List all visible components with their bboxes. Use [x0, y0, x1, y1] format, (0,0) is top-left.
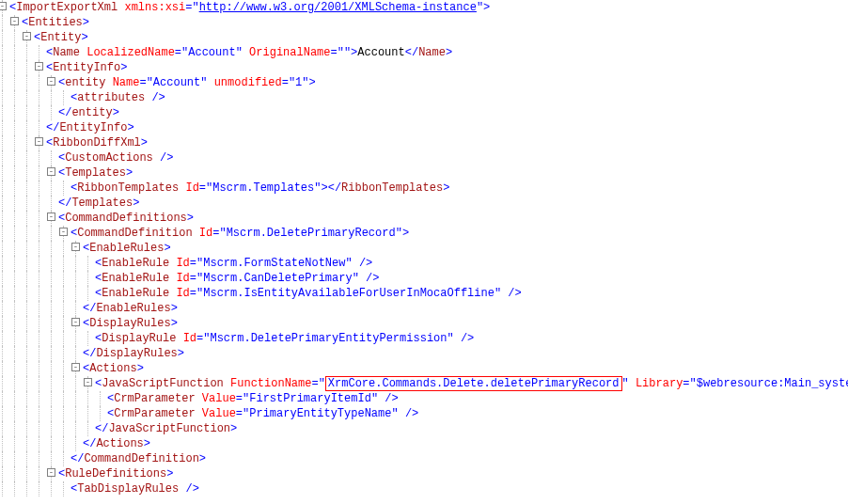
- highlighted-function-name: XrmCore.Commands.Delete.deletePrimaryRec…: [325, 376, 622, 391]
- line-content: </entity>: [58, 106, 119, 119]
- code-line: </Actions>: [0, 436, 848, 451]
- collapse-minus-icon[interactable]: -: [71, 318, 80, 326]
- line-content: <EnableRule Id="Mscrm.FormStateNotNew" /…: [95, 257, 372, 270]
- code-line: <attributes />: [0, 90, 848, 105]
- code-line: <CrmParameter Value="FirstPrimaryItemId"…: [0, 391, 848, 406]
- line-content: <RibbonDiffXml>: [46, 136, 148, 150]
- code-line: -<entity Name="Account" unmodified="1">: [0, 75, 848, 90]
- line-content: <CommandDefinition Id="Mscrm.DeletePrima…: [71, 227, 409, 240]
- line-content: <EnableRules>: [83, 242, 171, 255]
- code-line: -<Entity>: [0, 30, 848, 45]
- line-content: <RibbonTemplates Id="Mscrm.Templates"></…: [71, 181, 449, 195]
- collapse-minus-icon[interactable]: -: [47, 77, 55, 86]
- code-line: <Name LocalizedName="Account" OriginalNa…: [0, 45, 848, 60]
- collapse-minus-icon[interactable]: -: [35, 137, 43, 146]
- code-line: -<RibbonDiffXml>: [0, 135, 848, 150]
- code-line: <RibbonTemplates Id="Mscrm.Templates"></…: [0, 181, 848, 196]
- code-line: <EnableRule Id="Mscrm.IsEntityAvailableF…: [0, 286, 848, 301]
- line-content: </Templates>: [58, 197, 139, 210]
- code-line: -<Actions>: [0, 361, 848, 376]
- line-content: </DisplayRules>: [83, 347, 184, 360]
- line-content: <CustomActions />: [58, 151, 173, 165]
- collapse-minus-icon[interactable]: -: [0, 2, 7, 10]
- line-content: <attributes />: [71, 91, 165, 104]
- code-line: -<EntityInfo>: [0, 60, 848, 75]
- line-content: </EntityInfo>: [46, 121, 134, 134]
- line-content: <RuleDefinitions>: [58, 467, 173, 480]
- line-content: <CommandDefinitions>: [58, 212, 194, 225]
- collapse-minus-icon[interactable]: -: [23, 32, 31, 40]
- collapse-minus-icon[interactable]: -: [47, 213, 55, 221]
- collapse-minus-icon[interactable]: -: [71, 363, 80, 371]
- code-line: -<CommandDefinition Id="Mscrm.DeletePrim…: [0, 226, 848, 241]
- code-line: <EnableRule Id="Mscrm.CanDeletePrimary" …: [0, 271, 848, 286]
- collapse-minus-icon[interactable]: -: [35, 62, 43, 71]
- code-line: </CommandDefinition>: [0, 451, 848, 466]
- code-line: </EnableRules>: [0, 301, 848, 316]
- code-line: </JavaScriptFunction>: [0, 421, 848, 436]
- line-content: <EnableRule Id="Mscrm.IsEntityAvailableF…: [95, 287, 522, 300]
- line-content: </Actions>: [83, 437, 150, 450]
- line-content: </EnableRules>: [83, 302, 178, 315]
- line-content: <Name LocalizedName="Account" OriginalNa…: [46, 46, 452, 59]
- code-line: <DisplayRule Id="Mscrm.DeletePrimaryEnti…: [0, 331, 848, 346]
- line-content: <CrmParameter Value="PrimaryEntityTypeNa…: [107, 407, 418, 420]
- code-line: -<ImportExportXml xmlns:xsi="http://www.…: [0, 0, 848, 15]
- line-content: <ImportExportXml xmlns:xsi="http://www.w…: [9, 1, 490, 14]
- code-line: </EntityInfo>: [0, 120, 848, 135]
- line-content: <CrmParameter Value="FirstPrimaryItemId"…: [107, 392, 399, 405]
- line-content: <Entity>: [34, 31, 88, 44]
- line-content: <DisplayRules>: [83, 317, 178, 330]
- code-line: <CrmParameter Value="PrimaryEntityTypeNa…: [0, 406, 848, 421]
- code-line: </Templates>: [0, 196, 848, 211]
- line-content: <DisplayRule Id="Mscrm.DeletePrimaryEnti…: [95, 332, 474, 345]
- collapse-minus-icon[interactable]: -: [10, 17, 19, 25]
- line-content: </CommandDefinition>: [71, 452, 206, 465]
- code-line: -<CommandDefinitions>: [0, 211, 848, 226]
- code-line: -<Entities>: [0, 15, 848, 30]
- line-content: <Entities>: [22, 16, 89, 29]
- collapse-minus-icon[interactable]: -: [84, 378, 92, 386]
- code-line: -<JavaScriptFunction FunctionName="XrmCo…: [0, 376, 848, 391]
- code-line: <EnableRule Id="Mscrm.FormStateNotNew" /…: [0, 256, 848, 271]
- line-content: <Actions>: [83, 362, 144, 375]
- collapse-minus-icon[interactable]: -: [71, 243, 80, 251]
- line-content: <Templates>: [58, 166, 133, 180]
- code-line: </DisplayRules>: [0, 346, 848, 361]
- code-line: -<DisplayRules>: [0, 316, 848, 331]
- code-line: </entity>: [0, 105, 848, 120]
- xml-code-view: -<ImportExportXml xmlns:xsi="http://www.…: [0, 0, 848, 496]
- code-line: -<RuleDefinitions>: [0, 466, 848, 481]
- line-content: <EnableRule Id="Mscrm.CanDeletePrimary" …: [95, 272, 379, 285]
- code-line: -<Templates>: [0, 165, 848, 181]
- code-line: -<EnableRules>: [0, 241, 848, 256]
- collapse-minus-icon[interactable]: -: [59, 228, 68, 236]
- collapse-minus-icon[interactable]: -: [47, 167, 55, 176]
- line-content: <TabDisplayRules />: [71, 482, 199, 496]
- code-line: <TabDisplayRules />: [0, 481, 848, 496]
- code-line: <CustomActions />: [0, 150, 848, 165]
- line-content: <EntityInfo>: [46, 61, 127, 74]
- collapse-minus-icon[interactable]: -: [47, 468, 55, 477]
- line-content: <JavaScriptFunction FunctionName="XrmCor…: [95, 377, 848, 390]
- line-content: </JavaScriptFunction>: [95, 422, 237, 435]
- line-content: <entity Name="Account" unmodified="1">: [58, 76, 316, 89]
